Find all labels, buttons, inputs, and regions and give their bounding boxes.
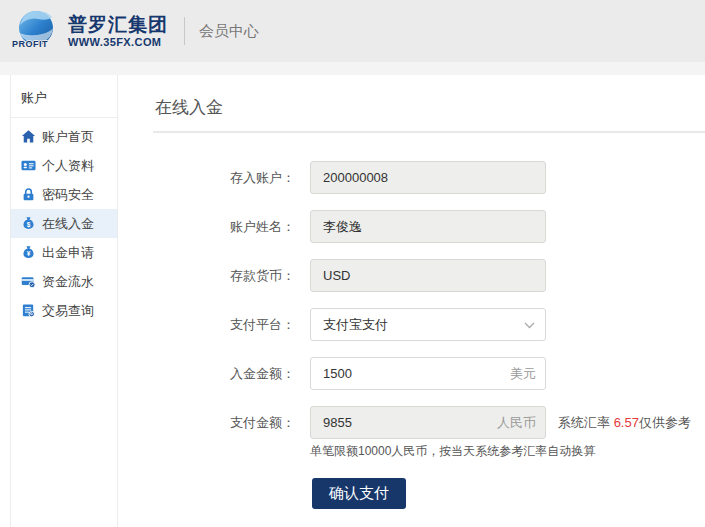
withdraw-moneybag-icon: ¥	[21, 245, 36, 260]
form-row-account-name: 账户姓名：	[155, 210, 705, 243]
sidebar-item-trade-query[interactable]: 交易查询	[11, 296, 117, 325]
main-content: 在线入金 存入账户： 账户姓名： 存款货币： 支付平台： 支付宝支付	[118, 75, 705, 527]
sidebar-item-label: 账户首页	[42, 128, 94, 146]
svg-text:¥: ¥	[27, 250, 31, 257]
brand-name: 普罗汇集团	[68, 14, 168, 36]
id-card-icon	[21, 158, 36, 173]
sidebar-group-title: 账户	[11, 75, 117, 117]
sidebar-nav: 账户首页 个人资料 密码安全 $ 在线入金 ¥ 出金申请	[11, 118, 117, 325]
deposit-form: 存入账户： 账户姓名： 存款货币： 支付平台： 支付宝支付	[155, 161, 705, 509]
payment-amount-label: 支付金额：	[155, 414, 295, 432]
svg-text:$: $	[27, 221, 31, 229]
payment-amount-field	[310, 406, 546, 439]
sidebar-item-password-security[interactable]: 密码安全	[11, 180, 117, 209]
deposit-currency-field	[310, 259, 546, 292]
brand-url: WWW.35FX.COM	[68, 36, 168, 49]
deposit-account-field	[310, 161, 546, 194]
account-name-field	[310, 210, 546, 243]
sidebar-item-label: 在线入金	[42, 215, 94, 233]
chevron-down-icon	[524, 317, 535, 332]
deposit-account-label: 存入账户：	[155, 169, 295, 187]
sidebar-item-online-deposit[interactable]: $ 在线入金	[11, 209, 117, 238]
brand-block: 普罗汇集团 WWW.35FX.COM	[68, 14, 168, 48]
form-row-payment-platform: 支付平台： 支付宝支付	[155, 308, 705, 341]
section-title: 会员中心	[199, 22, 259, 41]
funds-flow-icon	[21, 274, 36, 289]
form-row-deposit-amount: 入金金额： 美元	[155, 357, 705, 390]
sidebar-item-label: 出金申请	[42, 244, 94, 262]
sidebar-item-label: 个人资料	[42, 157, 94, 175]
header-divider	[184, 17, 185, 45]
confirm-payment-button[interactable]: 确认支付	[312, 478, 406, 509]
header-sub-strip	[0, 62, 705, 75]
sidebar: 账户 账户首页 个人资料 密码安全 $ 在线入金	[10, 75, 118, 527]
payment-platform-label: 支付平台：	[155, 316, 295, 334]
sidebar-item-funds-flow[interactable]: 资金流水	[11, 267, 117, 296]
form-row-deposit-currency: 存款货币：	[155, 259, 705, 292]
header: PROFIT 普罗汇集团 WWW.35FX.COM 会员中心	[0, 0, 705, 62]
title-divider	[153, 131, 705, 133]
exchange-rate-note: 系统汇率 6.57仅供参考	[558, 414, 691, 432]
form-row-payment-amount: 支付金额： 人民币 系统汇率 6.57仅供参考	[155, 406, 705, 439]
sidebar-item-label: 密码安全	[42, 186, 94, 204]
limit-note: 单笔限额10000人民币，按当天系统参考汇率自动换算	[310, 443, 705, 460]
sidebar-item-label: 交易查询	[42, 302, 94, 320]
deposit-moneybag-icon: $	[21, 216, 36, 231]
page-title: 在线入金	[155, 96, 705, 119]
home-icon	[21, 129, 36, 144]
payment-platform-value: 支付宝支付	[323, 316, 388, 334]
sidebar-item-withdraw-request[interactable]: ¥ 出金申请	[11, 238, 117, 267]
lock-icon	[21, 187, 36, 202]
sidebar-item-account-home[interactable]: 账户首页	[11, 122, 117, 151]
sidebar-item-label: 资金流水	[42, 273, 94, 291]
form-row-deposit-account: 存入账户：	[155, 161, 705, 194]
deposit-amount-label: 入金金额：	[155, 365, 295, 383]
logo: PROFIT	[14, 7, 60, 55]
payment-platform-select[interactable]: 支付宝支付	[310, 308, 546, 341]
exchange-rate-value: 6.57	[614, 415, 639, 430]
trade-query-icon	[21, 303, 36, 318]
deposit-amount-input[interactable]	[310, 357, 546, 390]
deposit-currency-label: 存款货币：	[155, 267, 295, 285]
account-name-label: 账户姓名：	[155, 218, 295, 236]
sidebar-item-profile[interactable]: 个人资料	[11, 151, 117, 180]
logo-wordmark: PROFIT	[12, 39, 48, 49]
